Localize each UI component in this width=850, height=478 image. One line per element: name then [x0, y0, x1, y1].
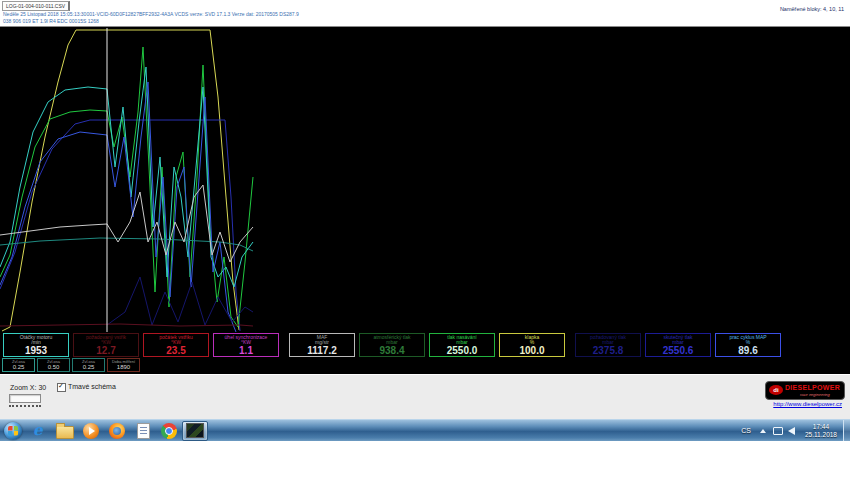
taskbar-button-media-player[interactable] [78, 421, 104, 441]
gauge-klapka[interactable]: klapka%100.0 [499, 333, 565, 357]
log-file-tab[interactable]: LOG-01-004-010-011.CSV [2, 1, 70, 11]
series-timing-darkred [0, 324, 253, 326]
start-icon [4, 422, 22, 440]
taskbar: CS 17:44 25.11.2018 [0, 419, 850, 441]
header: LOG-01-004-010-011.CSV Neděle 25 Listopa… [0, 0, 850, 26]
text-document-icon [137, 423, 150, 439]
gauge-value: 12.7 [74, 345, 138, 356]
gauge-prac-cyklus-map[interactable]: prac cyklus MAP%89.6 [715, 333, 781, 357]
gauge-maf[interactable]: MAFmg/str1117.2 [289, 333, 355, 357]
gauge-value: 2550.0 [430, 345, 494, 356]
log-viewer-icon [186, 423, 204, 438]
taskbar-button-text-document[interactable] [130, 421, 156, 441]
app-window: LOG-01-004-010-011.CSV Neděle 25 Listopa… [0, 0, 850, 478]
measured-blocks-label: Naměřené bloky: 4, 10, 11 [780, 6, 844, 12]
zoom-x-label: Zoom X: 30 [10, 384, 46, 391]
mini-box-zvl-osa[interactable]: Zvl.osa0.50 [37, 358, 70, 372]
display-icon[interactable] [773, 427, 783, 435]
dieselpower-brand-text: DIESELPOWER [785, 384, 840, 391]
series-rpm-green [0, 47, 253, 327]
taskbar-clock[interactable]: 17:44 25.11.2018 [799, 423, 843, 439]
mini-box-zvl-osa[interactable]: Zvl.osa0.25 [72, 358, 105, 372]
clock-date: 25.11.2018 [805, 431, 837, 439]
system-tray: CS 17:44 25.11.2018 [736, 420, 850, 441]
gauge-value: 100.0 [500, 345, 564, 356]
mini-box-row: Zvl.osa0.25Zvl.osa0.50Zvl.osa0.25Doba mě… [2, 358, 140, 372]
control-panel: Zoom X: 30 Tmavé schéma di DIESELPOWER r… [0, 374, 850, 419]
gauge--hel-synchronizace[interactable]: úhel synchronizace°KW1.1 [213, 333, 279, 357]
gauge-value: 2550.6 [646, 345, 710, 356]
hidden-icons-arrow-icon[interactable] [758, 426, 768, 436]
gauge-row: Otáčky motoru/min1953požadovaný vstřik°K… [3, 333, 781, 357]
gauge-tlak-nas-v-n-[interactable]: tlak nasávánímbar2550.0 [429, 333, 495, 357]
screenshot-padding [0, 441, 850, 478]
series-maf-white [0, 185, 253, 262]
taskbar-button-firefox[interactable] [104, 421, 130, 441]
mini-box-value: 0.25 [3, 364, 34, 371]
series-boost-actual-cyan [0, 67, 253, 287]
gauge-value: 1.1 [214, 345, 278, 356]
dark-scheme-checkbox[interactable] [57, 383, 66, 392]
dieselpower-tagline: race engineering [800, 392, 830, 397]
taskbar-button-start[interactable] [0, 421, 26, 441]
gauge-value: 938.4 [360, 345, 424, 356]
media-player-icon [83, 423, 99, 439]
dieselpower-logo-mark: di [769, 385, 783, 395]
series-atmospheric-teal [0, 238, 253, 251]
gauge-value: 1117.2 [290, 345, 354, 356]
chrome-icon [161, 423, 177, 439]
volume-icon[interactable] [788, 427, 795, 435]
gauge-atmosf-rick-tlak[interactable]: atmosférický tlakmbar938.4 [359, 333, 425, 357]
mini-box-doba-m-en-[interactable]: Doba měření1890 [107, 358, 140, 372]
explorer-folder-icon [56, 426, 74, 439]
taskbar-button-explorer-folder[interactable] [52, 421, 78, 441]
gauge-po-adovan-vst-ik[interactable]: požadovaný vstřik°KW12.7 [73, 333, 139, 357]
internet-explorer-icon [31, 423, 47, 439]
gauge-value: 2375.8 [576, 345, 640, 356]
chart-canvas[interactable] [0, 27, 850, 334]
taskbar-button-log-viewer[interactable] [182, 421, 208, 441]
mini-box-value: 0.50 [38, 364, 69, 371]
clock-time: 17:44 [805, 423, 837, 431]
mini-box-zvl-osa[interactable]: Zvl.osa0.25 [2, 358, 35, 372]
dark-scheme-label: Tmavé schéma [68, 383, 116, 390]
dieselpower-link[interactable]: http://www.dieselpower.cz [773, 401, 842, 407]
gauge-ot-ky-motoru[interactable]: Otáčky motoru/min1953 [3, 333, 69, 357]
gauge-skute-n-tlak[interactable]: skutečný tlakmbar2550.6 [645, 333, 711, 357]
gauge-po-tek-vst-iku[interactable]: počátek vstřiku°KW23.5 [143, 333, 209, 357]
taskbar-button-chrome[interactable] [156, 421, 182, 441]
gauge-po-adovan-tlak[interactable]: požadovaný tlakmbar2375.8 [575, 333, 641, 357]
chart-panel: Otáčky motoru/min1953požadovaný vstřik°K… [0, 26, 850, 374]
zoom-slider-ticks [9, 404, 41, 407]
log-header-line2: 038 906 019 ET 1.9l R4 EDC 00015S 1268 [3, 18, 99, 24]
dieselpower-logo: di DIESELPOWER race engineering [765, 381, 845, 400]
mini-box-value: 0.25 [73, 364, 104, 371]
show-desktop-button[interactable] [843, 420, 850, 441]
zoom-x-slider[interactable] [9, 394, 41, 403]
firefox-icon [109, 423, 125, 439]
taskbar-button-internet-explorer[interactable] [26, 421, 52, 441]
gauge-value: 23.5 [144, 345, 208, 356]
gauge-value: 89.6 [716, 345, 780, 356]
mini-box-value: 1890 [108, 364, 139, 371]
language-indicator[interactable]: CS [736, 427, 756, 434]
series-boost-request-blue [0, 120, 240, 331]
log-header-line1: Neděle 25 Listopad 2018 15:05:13:30001-V… [3, 11, 299, 17]
gauge-value: 1953 [4, 345, 68, 356]
